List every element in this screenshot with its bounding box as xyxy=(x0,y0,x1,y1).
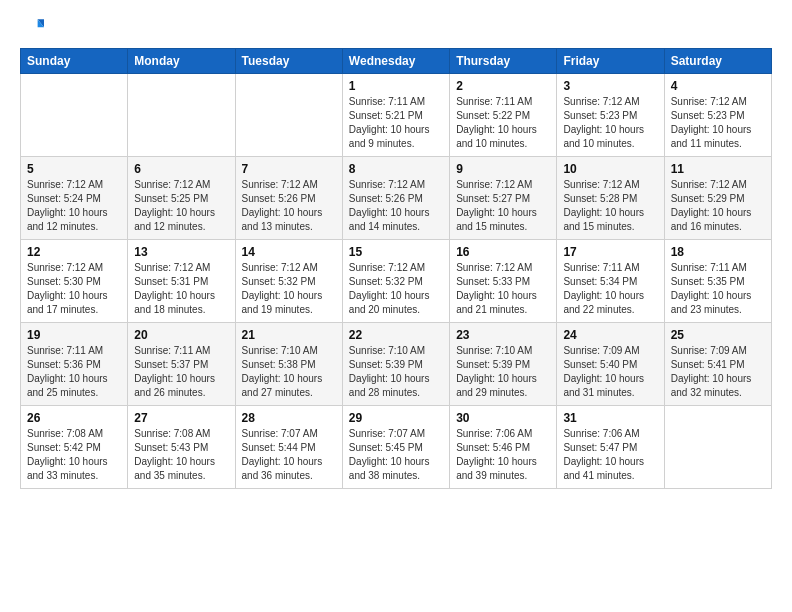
calendar-cell: 24Sunrise: 7:09 AMSunset: 5:40 PMDayligh… xyxy=(557,323,664,406)
day-info: Sunrise: 7:12 AMSunset: 5:23 PMDaylight:… xyxy=(563,95,657,151)
calendar-cell xyxy=(664,406,771,489)
calendar-cell: 18Sunrise: 7:11 AMSunset: 5:35 PMDayligh… xyxy=(664,240,771,323)
day-number: 13 xyxy=(134,245,228,259)
calendar-header-row: SundayMondayTuesdayWednesdayThursdayFrid… xyxy=(21,49,772,74)
weekday-header-saturday: Saturday xyxy=(664,49,771,74)
day-number: 1 xyxy=(349,79,443,93)
day-info: Sunrise: 7:12 AMSunset: 5:29 PMDaylight:… xyxy=(671,178,765,234)
calendar-cell: 23Sunrise: 7:10 AMSunset: 5:39 PMDayligh… xyxy=(450,323,557,406)
logo-icon xyxy=(20,16,44,40)
calendar-cell: 28Sunrise: 7:07 AMSunset: 5:44 PMDayligh… xyxy=(235,406,342,489)
day-number: 31 xyxy=(563,411,657,425)
day-info: Sunrise: 7:11 AMSunset: 5:22 PMDaylight:… xyxy=(456,95,550,151)
day-info: Sunrise: 7:10 AMSunset: 5:39 PMDaylight:… xyxy=(456,344,550,400)
calendar-week-3: 12Sunrise: 7:12 AMSunset: 5:30 PMDayligh… xyxy=(21,240,772,323)
day-number: 4 xyxy=(671,79,765,93)
day-number: 8 xyxy=(349,162,443,176)
calendar-week-4: 19Sunrise: 7:11 AMSunset: 5:36 PMDayligh… xyxy=(21,323,772,406)
day-number: 17 xyxy=(563,245,657,259)
day-info: Sunrise: 7:12 AMSunset: 5:30 PMDaylight:… xyxy=(27,261,121,317)
weekday-header-wednesday: Wednesday xyxy=(342,49,449,74)
day-info: Sunrise: 7:11 AMSunset: 5:35 PMDaylight:… xyxy=(671,261,765,317)
calendar-table: SundayMondayTuesdayWednesdayThursdayFrid… xyxy=(20,48,772,489)
day-number: 5 xyxy=(27,162,121,176)
weekday-header-monday: Monday xyxy=(128,49,235,74)
day-number: 21 xyxy=(242,328,336,342)
page: SundayMondayTuesdayWednesdayThursdayFrid… xyxy=(0,0,792,505)
day-number: 23 xyxy=(456,328,550,342)
day-number: 26 xyxy=(27,411,121,425)
day-info: Sunrise: 7:09 AMSunset: 5:41 PMDaylight:… xyxy=(671,344,765,400)
day-number: 24 xyxy=(563,328,657,342)
calendar-cell: 4Sunrise: 7:12 AMSunset: 5:23 PMDaylight… xyxy=(664,74,771,157)
calendar-cell: 19Sunrise: 7:11 AMSunset: 5:36 PMDayligh… xyxy=(21,323,128,406)
day-number: 9 xyxy=(456,162,550,176)
header xyxy=(20,16,772,40)
day-number: 3 xyxy=(563,79,657,93)
day-info: Sunrise: 7:06 AMSunset: 5:46 PMDaylight:… xyxy=(456,427,550,483)
day-number: 28 xyxy=(242,411,336,425)
day-info: Sunrise: 7:10 AMSunset: 5:38 PMDaylight:… xyxy=(242,344,336,400)
weekday-header-tuesday: Tuesday xyxy=(235,49,342,74)
calendar-cell: 27Sunrise: 7:08 AMSunset: 5:43 PMDayligh… xyxy=(128,406,235,489)
day-number: 11 xyxy=(671,162,765,176)
day-info: Sunrise: 7:12 AMSunset: 5:33 PMDaylight:… xyxy=(456,261,550,317)
calendar-cell: 7Sunrise: 7:12 AMSunset: 5:26 PMDaylight… xyxy=(235,157,342,240)
day-info: Sunrise: 7:07 AMSunset: 5:45 PMDaylight:… xyxy=(349,427,443,483)
day-info: Sunrise: 7:12 AMSunset: 5:24 PMDaylight:… xyxy=(27,178,121,234)
calendar-cell: 22Sunrise: 7:10 AMSunset: 5:39 PMDayligh… xyxy=(342,323,449,406)
day-number: 16 xyxy=(456,245,550,259)
day-info: Sunrise: 7:12 AMSunset: 5:25 PMDaylight:… xyxy=(134,178,228,234)
calendar-cell: 12Sunrise: 7:12 AMSunset: 5:30 PMDayligh… xyxy=(21,240,128,323)
day-info: Sunrise: 7:11 AMSunset: 5:37 PMDaylight:… xyxy=(134,344,228,400)
calendar-cell: 10Sunrise: 7:12 AMSunset: 5:28 PMDayligh… xyxy=(557,157,664,240)
weekday-header-friday: Friday xyxy=(557,49,664,74)
day-info: Sunrise: 7:11 AMSunset: 5:34 PMDaylight:… xyxy=(563,261,657,317)
day-info: Sunrise: 7:12 AMSunset: 5:31 PMDaylight:… xyxy=(134,261,228,317)
day-info: Sunrise: 7:11 AMSunset: 5:36 PMDaylight:… xyxy=(27,344,121,400)
calendar-cell: 11Sunrise: 7:12 AMSunset: 5:29 PMDayligh… xyxy=(664,157,771,240)
weekday-header-sunday: Sunday xyxy=(21,49,128,74)
calendar-cell xyxy=(128,74,235,157)
calendar-cell: 31Sunrise: 7:06 AMSunset: 5:47 PMDayligh… xyxy=(557,406,664,489)
day-info: Sunrise: 7:12 AMSunset: 5:32 PMDaylight:… xyxy=(349,261,443,317)
calendar-cell: 17Sunrise: 7:11 AMSunset: 5:34 PMDayligh… xyxy=(557,240,664,323)
day-number: 25 xyxy=(671,328,765,342)
day-number: 10 xyxy=(563,162,657,176)
calendar-cell: 26Sunrise: 7:08 AMSunset: 5:42 PMDayligh… xyxy=(21,406,128,489)
day-info: Sunrise: 7:12 AMSunset: 5:23 PMDaylight:… xyxy=(671,95,765,151)
day-info: Sunrise: 7:12 AMSunset: 5:32 PMDaylight:… xyxy=(242,261,336,317)
day-number: 7 xyxy=(242,162,336,176)
calendar-cell: 8Sunrise: 7:12 AMSunset: 5:26 PMDaylight… xyxy=(342,157,449,240)
calendar-week-1: 1Sunrise: 7:11 AMSunset: 5:21 PMDaylight… xyxy=(21,74,772,157)
day-number: 22 xyxy=(349,328,443,342)
calendar-cell: 21Sunrise: 7:10 AMSunset: 5:38 PMDayligh… xyxy=(235,323,342,406)
day-number: 6 xyxy=(134,162,228,176)
day-info: Sunrise: 7:11 AMSunset: 5:21 PMDaylight:… xyxy=(349,95,443,151)
day-info: Sunrise: 7:12 AMSunset: 5:26 PMDaylight:… xyxy=(242,178,336,234)
calendar-cell: 5Sunrise: 7:12 AMSunset: 5:24 PMDaylight… xyxy=(21,157,128,240)
calendar-cell: 20Sunrise: 7:11 AMSunset: 5:37 PMDayligh… xyxy=(128,323,235,406)
day-info: Sunrise: 7:08 AMSunset: 5:43 PMDaylight:… xyxy=(134,427,228,483)
day-number: 19 xyxy=(27,328,121,342)
calendar-cell: 13Sunrise: 7:12 AMSunset: 5:31 PMDayligh… xyxy=(128,240,235,323)
day-info: Sunrise: 7:07 AMSunset: 5:44 PMDaylight:… xyxy=(242,427,336,483)
logo xyxy=(20,16,48,40)
day-info: Sunrise: 7:08 AMSunset: 5:42 PMDaylight:… xyxy=(27,427,121,483)
calendar-cell: 9Sunrise: 7:12 AMSunset: 5:27 PMDaylight… xyxy=(450,157,557,240)
calendar-cell: 16Sunrise: 7:12 AMSunset: 5:33 PMDayligh… xyxy=(450,240,557,323)
calendar-cell: 15Sunrise: 7:12 AMSunset: 5:32 PMDayligh… xyxy=(342,240,449,323)
calendar-cell: 29Sunrise: 7:07 AMSunset: 5:45 PMDayligh… xyxy=(342,406,449,489)
day-number: 12 xyxy=(27,245,121,259)
calendar-cell xyxy=(21,74,128,157)
day-info: Sunrise: 7:06 AMSunset: 5:47 PMDaylight:… xyxy=(563,427,657,483)
day-number: 30 xyxy=(456,411,550,425)
day-number: 14 xyxy=(242,245,336,259)
day-info: Sunrise: 7:12 AMSunset: 5:28 PMDaylight:… xyxy=(563,178,657,234)
calendar-cell: 6Sunrise: 7:12 AMSunset: 5:25 PMDaylight… xyxy=(128,157,235,240)
day-number: 27 xyxy=(134,411,228,425)
calendar-cell: 2Sunrise: 7:11 AMSunset: 5:22 PMDaylight… xyxy=(450,74,557,157)
calendar-cell: 3Sunrise: 7:12 AMSunset: 5:23 PMDaylight… xyxy=(557,74,664,157)
day-info: Sunrise: 7:12 AMSunset: 5:26 PMDaylight:… xyxy=(349,178,443,234)
weekday-header-thursday: Thursday xyxy=(450,49,557,74)
